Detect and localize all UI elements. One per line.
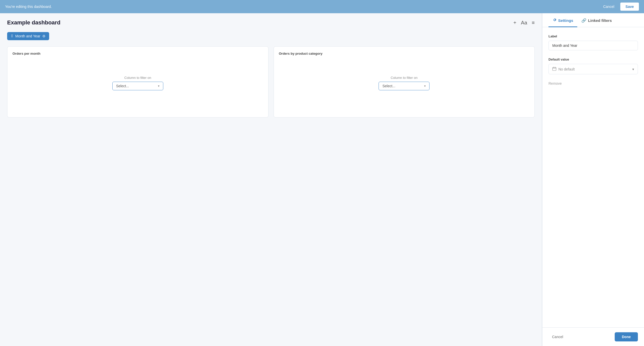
svg-rect-0 <box>553 67 556 70</box>
column-filter-label-1: Column to filter on <box>124 76 151 80</box>
default-value-chevron: ▾ <box>632 67 634 71</box>
card-orders-per-month: Orders per month Column to filter on Sel… <box>7 46 269 118</box>
edit-bar-message: You're editing this dashboard. <box>5 5 52 9</box>
settings-body: Label Default value No <box>542 27 644 327</box>
chevron-down-icon-2: ▾ <box>424 84 426 88</box>
cancel-panel-button[interactable]: Cancel <box>548 333 567 341</box>
filter-gear-icon[interactable]: ⚙ <box>42 34 46 38</box>
dashboard-title: Example dashboard <box>7 19 60 26</box>
column-select-1[interactable]: Select... ▾ <box>112 82 163 90</box>
tab-settings[interactable]: Settings <box>548 13 577 27</box>
tab-linked-filters-label: Linked filters <box>588 18 612 23</box>
chevron-down-icon-1: ▾ <box>158 84 159 88</box>
edit-bar: You're editing this dashboard. Cancel Sa… <box>0 0 644 13</box>
calendar-icon <box>552 67 556 71</box>
filter-pill[interactable]: ⠿ Month and Year ⚙ <box>7 32 49 40</box>
linked-filters-tab-icon: 🔗 <box>581 18 586 23</box>
tab-linked-filters[interactable]: 🔗 Linked filters <box>577 13 616 27</box>
cards-grid: Orders per month Column to filter on Sel… <box>7 46 535 118</box>
drag-icon: ⠿ <box>11 34 13 38</box>
tab-settings-label: Settings <box>558 18 573 23</box>
dashboard-header-icons: + Aa ≡ <box>513 20 535 26</box>
settings-tab-icon <box>553 18 557 23</box>
calendar-dropdown-left: No default <box>552 67 575 71</box>
column-select-placeholder-2: Select... <box>382 84 395 88</box>
edit-bar-actions: Cancel Save <box>600 3 639 11</box>
save-top-button[interactable]: Save <box>620 3 639 11</box>
card-title-2: Orders by product category <box>279 52 530 55</box>
main-layout: Example dashboard + Aa ≡ ⠿ Month and Yea… <box>0 13 644 346</box>
column-filter-label-2: Column to filter on <box>391 76 418 80</box>
default-value-dropdown[interactable]: No default ▾ <box>548 64 638 74</box>
dashboard-header: Example dashboard + Aa ≡ <box>7 19 535 26</box>
card-title-1: Orders per month <box>12 52 263 55</box>
default-value-placeholder: No default <box>558 67 575 71</box>
label-input[interactable] <box>548 41 638 50</box>
remove-link[interactable]: Remove <box>548 81 562 85</box>
settings-panel: Settings 🔗 Linked filters Label Default … <box>542 13 644 346</box>
column-select-placeholder-1: Select... <box>116 84 129 88</box>
default-value-section: Default value No default ▾ <box>548 57 638 74</box>
column-select-2[interactable]: Select... ▾ <box>379 82 430 90</box>
cancel-top-button[interactable]: Cancel <box>600 3 618 10</box>
settings-tabs: Settings 🔗 Linked filters <box>542 13 644 27</box>
filter-pill-label: Month and Year <box>15 34 40 38</box>
column-filter-section-2: Column to filter on Select... ▾ <box>279 76 530 90</box>
add-widget-button[interactable]: + <box>513 20 516 26</box>
font-size-button[interactable]: Aa <box>521 20 527 26</box>
card-orders-by-category: Orders by product category Column to fil… <box>274 46 535 118</box>
label-field-section: Label <box>548 34 638 57</box>
panel-footer: Cancel Done <box>542 327 644 346</box>
default-value-label: Default value <box>548 57 638 61</box>
column-filter-section-1: Column to filter on Select... ▾ <box>12 76 263 90</box>
filter-button[interactable]: ≡ <box>532 20 535 26</box>
dashboard-area: Example dashboard + Aa ≡ ⠿ Month and Yea… <box>0 13 542 346</box>
label-field-label: Label <box>548 34 638 38</box>
done-button[interactable]: Done <box>615 332 638 341</box>
